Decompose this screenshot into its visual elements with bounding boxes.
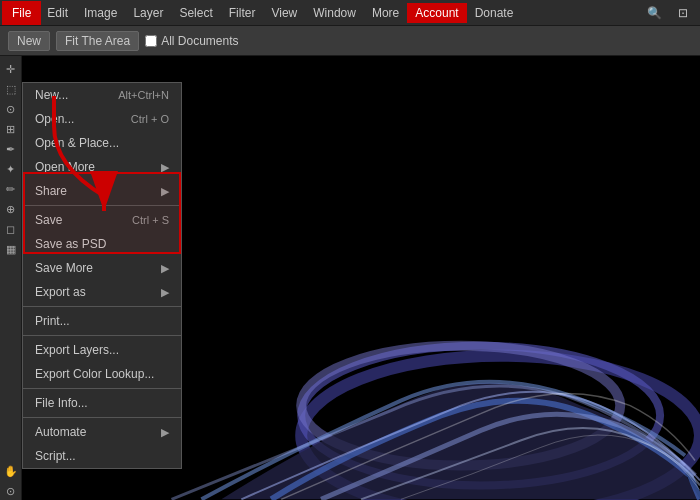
dropdown-share[interactable]: Share ▶ (23, 179, 181, 203)
dropdown-save-psd[interactable]: Save as PSD (23, 232, 181, 256)
dropdown-save[interactable]: Save Ctrl + S (23, 208, 181, 232)
file-dropdown-menu: New... Alt+Ctrl+N Open... Ctrl + O Open … (22, 82, 182, 469)
tool-gradient[interactable]: ▦ (2, 240, 20, 258)
dropdown-open[interactable]: Open... Ctrl + O (23, 107, 181, 131)
left-toolbar: ✛ ⬚ ⊙ ⊞ ✒ ✦ ✏ ⊕ ◻ ▦ ✋ ⊙ (0, 56, 22, 500)
main-area: ✛ ⬚ ⊙ ⊞ ✒ ✦ ✏ ⊕ ◻ ▦ ✋ ⊙ (0, 56, 700, 500)
tool-lasso[interactable]: ⊙ (2, 100, 20, 118)
fit-area-button[interactable]: Fit The Area (56, 31, 139, 51)
dropdown-new[interactable]: New... Alt+Ctrl+N (23, 83, 181, 107)
search-icon[interactable]: 🔍 (639, 3, 670, 23)
menu-view[interactable]: View (263, 3, 305, 23)
divider-4 (23, 388, 181, 389)
canvas-area: New... Alt+Ctrl+N Open... Ctrl + O Open … (22, 56, 700, 500)
dropdown-open-place[interactable]: Open & Place... (23, 131, 181, 155)
tool-zoom[interactable]: ⊙ (2, 482, 20, 500)
dropdown-print[interactable]: Print... (23, 309, 181, 333)
menu-image[interactable]: Image (76, 3, 125, 23)
menu-layer[interactable]: Layer (125, 3, 171, 23)
all-documents-label: All Documents (161, 34, 238, 48)
options-bar: New Fit The Area All Documents (0, 26, 700, 56)
divider-5 (23, 417, 181, 418)
menu-donate[interactable]: Donate (467, 3, 522, 23)
tool-clone[interactable]: ⊕ (2, 200, 20, 218)
menu-file[interactable]: File (4, 3, 39, 23)
dropdown-export-layers[interactable]: Export Layers... (23, 338, 181, 362)
new-button[interactable]: New (8, 31, 50, 51)
dropdown-open-more[interactable]: Open More ▶ (23, 155, 181, 179)
dropdown-save-more[interactable]: Save More ▶ (23, 256, 181, 280)
menu-filter[interactable]: Filter (221, 3, 264, 23)
tool-brush[interactable]: ✏ (2, 180, 20, 198)
menu-window[interactable]: Window (305, 3, 364, 23)
all-documents-toggle: All Documents (145, 34, 238, 48)
menu-account[interactable]: Account (407, 3, 466, 23)
tool-hand[interactable]: ✋ (2, 462, 20, 480)
dropdown-script[interactable]: Script... (23, 444, 181, 468)
dropdown-export-color[interactable]: Export Color Lookup... (23, 362, 181, 386)
tool-heal[interactable]: ✦ (2, 160, 20, 178)
menu-bar: File Edit Image Layer Select Filter View… (0, 0, 700, 26)
tool-crop[interactable]: ⊞ (2, 120, 20, 138)
menu-more[interactable]: More (364, 3, 407, 23)
tool-eyedrop[interactable]: ✒ (2, 140, 20, 158)
transform-icon[interactable]: ⊡ (670, 3, 696, 23)
all-documents-checkbox[interactable] (145, 35, 157, 47)
menu-edit[interactable]: Edit (39, 3, 76, 23)
divider-1 (23, 205, 181, 206)
divider-3 (23, 335, 181, 336)
dropdown-export-as[interactable]: Export as ▶ (23, 280, 181, 304)
dropdown-file-info[interactable]: File Info... (23, 391, 181, 415)
tool-eraser[interactable]: ◻ (2, 220, 20, 238)
divider-2 (23, 306, 181, 307)
menu-select[interactable]: Select (171, 3, 220, 23)
tool-select[interactable]: ⬚ (2, 80, 20, 98)
dropdown-automate[interactable]: Automate ▶ (23, 420, 181, 444)
tool-move[interactable]: ✛ (2, 60, 20, 78)
